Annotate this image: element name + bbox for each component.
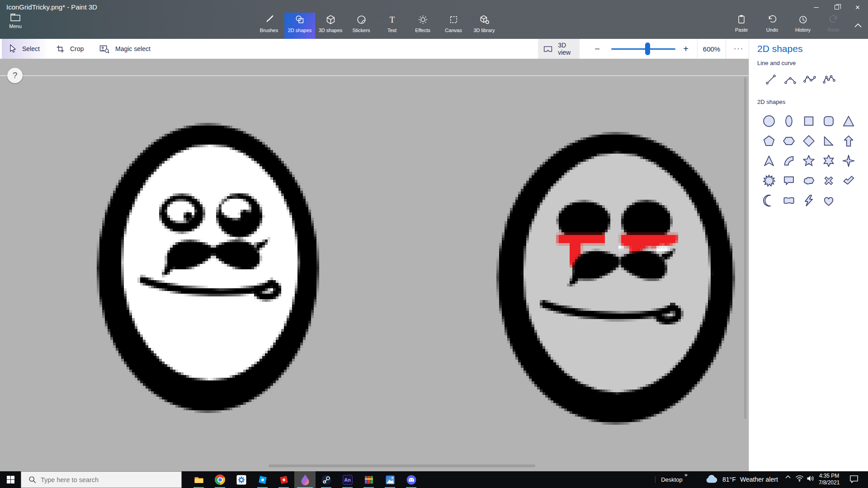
taskbar-app-file-explorer[interactable] (188, 471, 209, 488)
winrar-icon (363, 474, 374, 485)
rounded-square-icon (822, 114, 835, 128)
svg-text:T: T (389, 15, 395, 24)
more-options-button[interactable]: ··· (729, 39, 749, 59)
desktop-toolbar[interactable]: Desktop (658, 471, 685, 488)
action-label: Undo (766, 27, 778, 33)
shape-arrowhead[interactable] (759, 151, 779, 171)
shape-checkmark[interactable] (839, 171, 859, 191)
start-button[interactable] (0, 471, 21, 488)
search-input[interactable] (41, 476, 163, 483)
3d-view-label: 3D view (558, 42, 580, 56)
shape-lightning[interactable] (799, 191, 819, 211)
zoom-slider-track[interactable] (611, 48, 675, 50)
volume-button[interactable] (805, 475, 816, 482)
shape-hexagon[interactable] (779, 131, 799, 151)
taskbar-app-roblox-studio[interactable] (252, 471, 273, 488)
window-title: IconGridTricky.png* - Paint 3D (6, 3, 97, 11)
taskbar-app-winrar[interactable] (358, 471, 379, 488)
shape-crescent[interactable] (759, 191, 779, 211)
hidden-icons-button[interactable] (783, 475, 793, 479)
shape-square[interactable] (799, 111, 819, 131)
vertical-scrollbar[interactable] (744, 77, 746, 419)
toolbar-overflow-chevron[interactable]: » (684, 472, 687, 478)
shape-star-5[interactable] (799, 151, 819, 171)
shape-pentagon[interactable] (759, 131, 779, 151)
shape-star-6[interactable] (819, 151, 839, 171)
horizontal-scrollbar[interactable] (269, 465, 535, 467)
magic-select-button[interactable]: Magic select (96, 39, 164, 59)
action-center-button[interactable] (847, 475, 861, 483)
shape-cross[interactable] (819, 171, 839, 191)
shape-rounded-square[interactable] (819, 111, 839, 131)
shape-thought-bubble[interactable] (799, 171, 819, 191)
weather-cloud-icon[interactable] (705, 474, 719, 486)
tab-text[interactable]: T Text (377, 13, 407, 39)
history-button[interactable]: History (788, 13, 818, 39)
weather-alert[interactable]: Weather alert (740, 476, 778, 483)
line-tool-curve[interactable] (780, 71, 800, 88)
zoom-in-button[interactable]: + (679, 39, 693, 59)
shape-triangle[interactable] (839, 111, 859, 131)
tab-brushes[interactable]: Brushes (254, 13, 284, 39)
chrome-icon (215, 474, 225, 485)
shape-banner[interactable] (779, 191, 799, 211)
taskbar-app-photos[interactable] (379, 471, 401, 488)
banner-icon (782, 194, 796, 207)
paste-button[interactable]: Paste (726, 13, 757, 39)
collapse-ribbon-button[interactable] (852, 19, 864, 32)
taskbar-app-discord[interactable] (401, 471, 422, 488)
crop-button[interactable]: Crop (51, 39, 92, 59)
shape-speech-bubble[interactable] (779, 171, 799, 191)
weather-temp[interactable]: 81°F (722, 476, 736, 483)
zoom-out-button[interactable]: − (590, 39, 604, 59)
taskbar-app-settings[interactable] (231, 471, 252, 488)
taskbar-app-chrome[interactable] (209, 471, 231, 488)
pentagon-icon (762, 134, 776, 148)
taskbar-app-animate[interactable]: An (337, 471, 358, 488)
taskbar-app-steam[interactable] (316, 471, 337, 488)
tab-2d-shapes[interactable]: 2D shapes (284, 13, 315, 39)
zoom-level[interactable]: 600% (697, 39, 726, 59)
shape-ellipse[interactable] (779, 111, 799, 131)
line-tool-line[interactable] (761, 71, 780, 88)
select-button[interactable]: Select (2, 39, 47, 59)
tab-canvas[interactable]: Canvas (438, 13, 469, 39)
windows-logo-icon (7, 476, 14, 483)
tab-stickers[interactable]: Stickers (346, 13, 377, 39)
cross-icon (822, 174, 835, 188)
shape-arrow-up[interactable] (839, 131, 859, 151)
shape-circle[interactable] (759, 111, 779, 131)
shape-quarter-circle[interactable] (779, 151, 799, 171)
shape-heart[interactable] (819, 191, 839, 211)
wifi-button[interactable] (794, 475, 805, 482)
right-face-drawing[interactable] (496, 132, 735, 425)
line-icon (764, 73, 778, 86)
line-tool-s-curve[interactable] (800, 71, 819, 88)
taskbar-search[interactable] (21, 471, 182, 488)
shape-right-triangle[interactable] (819, 131, 839, 151)
canvas-workspace[interactable]: ? (0, 59, 749, 471)
shape-diamond[interactable] (799, 131, 819, 151)
tab-label: Effects (415, 28, 430, 33)
tab-3d-shapes[interactable]: 3D shapes (315, 13, 346, 39)
line-tool-double-curve[interactable] (819, 71, 839, 88)
taskbar-app-paint-3d[interactable] (294, 471, 316, 488)
close-button[interactable]: ✕ (847, 0, 868, 14)
undo-button[interactable]: Undo (757, 13, 788, 39)
shape-star-4[interactable] (839, 151, 859, 171)
taskbar-clock[interactable]: 4:35 PM 7/8/2021 (816, 473, 842, 486)
help-button[interactable]: ? (7, 68, 23, 83)
action-center-icon (849, 475, 859, 483)
clock-time: 4:35 PM (816, 473, 842, 479)
taskbar-app-roblox[interactable] (273, 471, 294, 488)
3d-view-button[interactable]: 3D view (538, 39, 580, 59)
menu-button[interactable]: Menu (4, 13, 27, 37)
history-icon (797, 14, 808, 25)
tab-3d-library[interactable]: 3D library (469, 13, 500, 39)
right-triangle-icon (822, 134, 835, 148)
shape-burst[interactable] (759, 171, 779, 191)
tab-effects[interactable]: Effects (407, 13, 438, 39)
zoom-slider-thumb[interactable] (645, 42, 650, 55)
left-face-drawing[interactable] (97, 123, 319, 413)
ribbon-tabs: Brushes 2D shapes 3D shapes StickersT Te… (254, 13, 500, 39)
